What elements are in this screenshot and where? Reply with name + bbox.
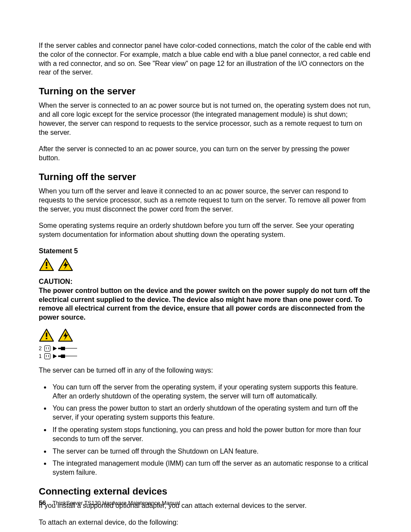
- svg-rect-7: [46, 338, 47, 339]
- intro-paragraph: If the server cables and connector panel…: [39, 41, 372, 77]
- arrow-right-icon: [53, 346, 57, 351]
- caution-label: CAUTION:: [39, 277, 372, 286]
- list-item: The server can be turned off through the…: [51, 447, 372, 456]
- heading-turning-off: Turning off the server: [39, 171, 372, 183]
- list-item: You can press the power button to start …: [51, 404, 372, 422]
- cord-number-1: 1: [39, 353, 43, 359]
- footer-title: ThinkServer TS130 Hardware Maintenance M…: [53, 500, 180, 506]
- outlet-icon: [44, 353, 50, 359]
- connecting-paragraph-2: To attach an external device, do the fol…: [39, 518, 372, 527]
- cord-number-2: 2: [39, 345, 43, 352]
- electrical-hazard-icon: [58, 258, 73, 273]
- power-cord-icon: [58, 346, 77, 351]
- turning-on-paragraph-1: When the server is connected to an ac po…: [39, 101, 372, 137]
- svg-rect-1: [46, 262, 47, 266]
- turnoff-ways-intro: The server can be turned off in any of t…: [39, 366, 372, 375]
- caution-text: The power control button on the device a…: [39, 286, 372, 322]
- svg-rect-2: [46, 267, 47, 268]
- power-cord-diagram: 2 1: [39, 345, 372, 360]
- statement-5-label: Statement 5: [39, 247, 372, 255]
- turning-on-paragraph-2: After the server is connected to an ac p…: [39, 145, 372, 163]
- turnoff-ways-list: You can turn off the server from the ope…: [39, 383, 372, 477]
- electrical-hazard-icon: [58, 328, 73, 344]
- turning-off-paragraph-2: Some operating systems require an orderl…: [39, 221, 372, 240]
- list-item: If the operating system stops functionin…: [51, 426, 372, 444]
- heading-connecting-external: Connecting external devices: [39, 486, 372, 497]
- turning-off-paragraph-1: When you turn off the server and leave i…: [39, 187, 372, 214]
- svg-rect-6: [46, 333, 47, 337]
- arrow-right-icon: [53, 354, 57, 358]
- page: If the server cables and connector panel…: [0, 0, 411, 532]
- page-number: 56: [39, 499, 46, 506]
- caution-exclamation-icon: [39, 328, 54, 344]
- outlet-icon: [44, 345, 50, 352]
- caution-block: CAUTION: The power control button on the…: [39, 277, 372, 322]
- warning-icons-row-2: [39, 328, 372, 344]
- caution-exclamation-icon: [39, 258, 54, 273]
- page-footer: 56 ThinkServer TS130 Hardware Maintenanc…: [39, 499, 180, 506]
- power-cord-row-2: 2: [39, 345, 372, 352]
- heading-turning-on: Turning on the server: [39, 86, 372, 97]
- list-item: The integrated management module (IMM) c…: [51, 459, 372, 477]
- warning-icons-row-1: [39, 258, 372, 273]
- power-cord-icon: [58, 354, 77, 358]
- list-item: You can turn off the server from the ope…: [51, 383, 372, 401]
- power-cord-row-1: 1: [39, 352, 372, 360]
